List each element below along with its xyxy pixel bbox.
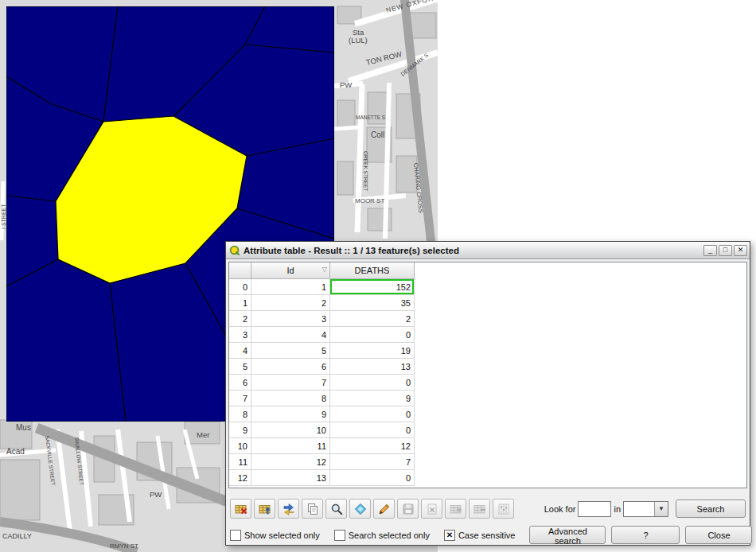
cell-deaths[interactable]: 19 (330, 343, 415, 359)
cell-deaths[interactable]: 13 (330, 359, 415, 375)
zoom-to-selection-button[interactable] (325, 499, 347, 519)
row-number[interactable]: 1 (229, 295, 251, 311)
table-row[interactable]: 6 7 0 (229, 375, 415, 391)
invert-selection-button[interactable] (278, 499, 299, 519)
table-row[interactable]: 12 13 0 (229, 470, 415, 486)
table-row[interactable]: 0 1 152 (229, 279, 415, 295)
cell-deaths[interactable]: 0 (330, 406, 415, 422)
close-window-button[interactable]: ✕ (734, 245, 747, 256)
table-row[interactable]: 7 8 9 (229, 391, 415, 406)
map-label: MOOR ST (355, 197, 384, 204)
column-header-id[interactable]: Id ▽ (251, 262, 330, 279)
maximize-button[interactable]: □ (719, 245, 732, 256)
table-row[interactable]: 1 2 35 (229, 295, 415, 311)
copy-rows-button[interactable] (302, 499, 323, 519)
look-for-input[interactable] (578, 501, 611, 517)
checkbox-label: Case sensitive (458, 531, 516, 540)
row-number[interactable]: 10 (229, 438, 251, 454)
table-row[interactable]: 5 6 13 (229, 359, 415, 375)
checkbox-box[interactable] (334, 530, 345, 541)
cell-deaths[interactable]: 12 (330, 438, 415, 454)
cell-deaths[interactable]: 0 (330, 422, 415, 438)
delete-selected-icon (426, 503, 438, 515)
cell-id[interactable]: 4 (251, 327, 330, 343)
new-column-button[interactable] (445, 499, 466, 519)
move-selection-top-button[interactable] (254, 499, 275, 519)
checkbox-check-icon[interactable]: ✕ (444, 530, 455, 541)
row-number[interactable]: 4 (229, 343, 251, 359)
delete-column-button[interactable] (469, 499, 490, 519)
show-selected-only-checkbox[interactable]: Show selected only (230, 530, 320, 541)
field-combo[interactable]: ▼ (623, 501, 668, 517)
case-sensitive-checkbox[interactable]: ✕ Case sensitive (444, 530, 516, 541)
row-number[interactable]: 2 (229, 311, 251, 327)
column-header-deaths[interactable]: DEATHS (330, 262, 415, 279)
table-row[interactable]: 8 9 0 (229, 406, 415, 422)
toggle-editing-button[interactable] (373, 499, 395, 519)
map-label: (LUL) (349, 36, 368, 45)
pan-to-selection-button[interactable] (349, 499, 371, 519)
cell-id[interactable]: 10 (251, 422, 330, 438)
cell-id[interactable]: 12 (251, 454, 330, 470)
save-edits-button[interactable] (397, 499, 419, 519)
table-row[interactable]: 11 12 7 (229, 454, 415, 470)
row-number[interactable]: 11 (229, 454, 251, 470)
row-number[interactable]: 5 (229, 359, 251, 375)
column-header-id-label: Id (286, 266, 294, 275)
cell-id[interactable]: 6 (251, 359, 330, 375)
row-number[interactable]: 7 (229, 391, 251, 406)
cell-deaths[interactable]: 9 (330, 391, 415, 406)
cell-deaths[interactable]: 7 (330, 454, 415, 470)
row-number[interactable]: 8 (229, 406, 251, 422)
titlebar[interactable]: Attribute table - Result :: 1 / 13 featu… (226, 242, 750, 259)
in-label: in (614, 504, 621, 514)
advanced-search-button[interactable]: Advanced search (529, 526, 606, 544)
search-selected-only-checkbox[interactable]: Search selected only (334, 530, 430, 541)
cell-id[interactable]: 1 (251, 279, 330, 295)
qgis-icon (229, 245, 240, 256)
table-row[interactable]: 10 11 12 (229, 438, 415, 454)
row-number[interactable]: 6 (229, 375, 251, 391)
search-button[interactable]: Search (676, 500, 746, 518)
cell-id[interactable]: 9 (251, 406, 330, 422)
combo-dropdown-button[interactable]: ▼ (654, 502, 668, 516)
cell-id[interactable]: 3 (251, 311, 330, 327)
checkbox-box[interactable] (230, 530, 241, 541)
cell-id[interactable]: 11 (251, 438, 330, 454)
cell-id[interactable]: 5 (251, 343, 330, 359)
cell-deaths[interactable]: 35 (330, 295, 415, 311)
corner-header[interactable] (229, 262, 251, 279)
row-number[interactable]: 0 (229, 279, 251, 295)
field-calculator-button[interactable] (493, 499, 514, 519)
footer-buttons: Advanced search ? Close (529, 526, 752, 544)
close-button[interactable]: Close (685, 526, 752, 544)
unselect-all-icon (235, 503, 247, 515)
row-number[interactable]: 9 (229, 422, 251, 438)
field-calculator-icon (497, 503, 510, 515)
checkbox-label: Search selected only (349, 531, 430, 540)
map-label: Coll (371, 130, 384, 139)
cell-deaths[interactable]: 0 (330, 327, 415, 343)
cell-id[interactable]: 13 (251, 470, 330, 486)
cell-deaths[interactable]: 0 (330, 470, 415, 486)
sort-indicator-icon: ▽ (322, 266, 327, 273)
cell-deaths[interactable]: 152 (330, 279, 415, 295)
cell-id[interactable]: 8 (251, 391, 330, 406)
cell-deaths[interactable]: 0 (330, 375, 415, 391)
table-row[interactable]: 2 3 2 (229, 311, 415, 327)
cell-id[interactable]: 7 (251, 375, 330, 391)
dialog-footer: Show selected only Search selected only … (228, 526, 747, 544)
row-number[interactable]: 12 (229, 470, 251, 486)
help-button[interactable]: ? (611, 526, 680, 544)
zoom-to-selection-icon (330, 503, 343, 515)
minimize-button[interactable]: _ (703, 245, 717, 256)
delete-selected-button[interactable] (421, 499, 442, 519)
row-number[interactable]: 3 (229, 327, 251, 343)
cell-id[interactable]: 2 (251, 295, 330, 311)
unselect-all-button[interactable] (230, 499, 251, 519)
table-row[interactable]: 3 4 0 (229, 327, 415, 343)
table-row[interactable]: 9 10 0 (229, 422, 415, 438)
cell-deaths[interactable]: 2 (330, 311, 415, 327)
map-label: GREEK STREET (363, 151, 368, 191)
table-row[interactable]: 4 5 19 (229, 343, 415, 359)
